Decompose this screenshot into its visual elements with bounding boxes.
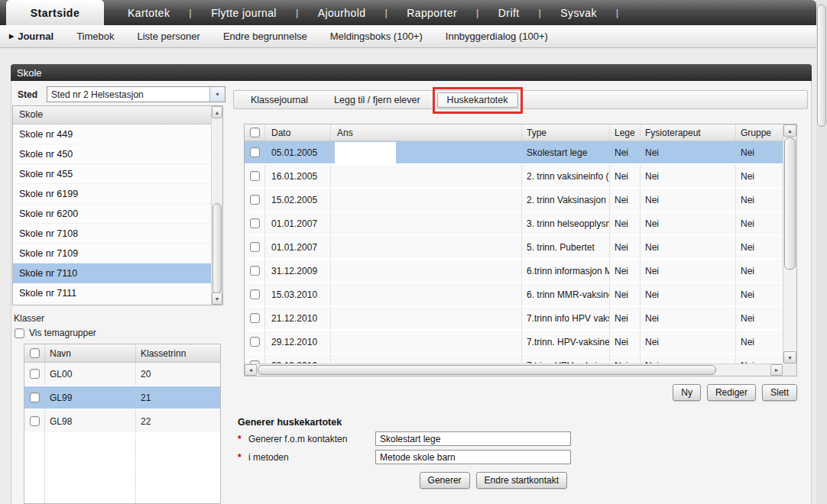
column-header-dato[interactable]: Dato: [264, 124, 330, 141]
cell-gruppe: Nei: [735, 354, 783, 363]
school-list-item[interactable]: Skole nr 450: [13, 144, 211, 164]
scroll-down-button[interactable]: ▼: [783, 351, 796, 363]
row-checkbox[interactable]: [250, 289, 260, 299]
top-tab-startside[interactable]: Startside: [6, 0, 104, 25]
row-checkbox[interactable]: [250, 266, 260, 276]
nav-item[interactable]: Kartotek: [109, 7, 189, 19]
subnav-item[interactable]: ▶ Liste personer: [138, 31, 200, 42]
table-row[interactable]: 29.12.2010 7.trinn HPV-vaksine 2.dose Ne…: [245, 354, 783, 363]
tab-legg-til-fjern-elever[interactable]: Legg til / fjern elever: [325, 93, 430, 107]
nav-item[interactable]: Ajourhold: [299, 7, 385, 19]
scroll-down-button[interactable]: ▼: [212, 292, 222, 305]
nav-item[interactable]: Drift: [479, 7, 539, 19]
nav-item[interactable]: Flytte journal: [192, 7, 296, 19]
generer-fom-input[interactable]: [375, 431, 571, 446]
scrollbar-thumb[interactable]: [784, 137, 796, 270]
scroll-right-button[interactable]: ►: [770, 364, 783, 376]
klasser-row[interactable]: GL99 21: [24, 386, 220, 410]
subnav-item[interactable]: ▶ Meldingsboks (100+): [330, 31, 423, 42]
table-vertical-scrollbar[interactable]: ▲ ▼: [783, 124, 796, 363]
klasser-row-checkbox[interactable]: [30, 369, 40, 379]
endre-startkontakt-button[interactable]: Endre startkontakt: [476, 472, 567, 489]
school-list-item[interactable]: Skole nr 6200: [13, 204, 211, 224]
subnav-item[interactable]: ▶ Journal: [9, 31, 54, 42]
scroll-up-button[interactable]: ▲: [212, 106, 222, 118]
scroll-down-icon: ▼: [215, 296, 220, 302]
chevron-down-icon[interactable]: ▼: [209, 87, 225, 102]
table-row[interactable]: 15.03.2010 6. trinn MMR-vaksine Nei Nei …: [245, 283, 783, 307]
vis-temagrupper-checkbox[interactable]: [15, 328, 24, 338]
tab-klassejournal[interactable]: Klassejournal: [242, 93, 317, 107]
page-scrollbar[interactable]: [816, 0, 827, 504]
table-horizontal-scrollbar[interactable]: ◄ ►: [245, 363, 783, 376]
metode-input[interactable]: [375, 450, 571, 464]
row-checkbox[interactable]: [250, 171, 260, 181]
page-scrollbar-thumb[interactable]: [817, 5, 826, 127]
slett-button[interactable]: Slett: [762, 384, 797, 401]
subnav-item-label: Timebok: [76, 31, 114, 42]
klasser-column-navn[interactable]: Navn: [44, 344, 135, 362]
column-header-fysioterapeut[interactable]: Fysioterapeut: [640, 124, 735, 141]
nav-item[interactable]: Sysvak: [541, 7, 616, 19]
school-list-item[interactable]: Skole nr 455: [13, 164, 211, 184]
klasser-row[interactable]: GL00 20: [24, 363, 220, 386]
scroll-up-icon: ▲: [215, 110, 220, 115]
select-all-checkbox[interactable]: [250, 128, 260, 137]
subnav-item[interactable]: ▶ Endre begrunnelse: [223, 31, 307, 42]
row-checkbox-cell: [245, 189, 264, 211]
subnav-item-label: Journal: [18, 31, 54, 42]
scroll-left-button[interactable]: ◄: [245, 364, 257, 376]
cell-ans: [330, 212, 521, 234]
school-list-scrollbar[interactable]: ▲ ▼: [211, 106, 222, 305]
klasser-row[interactable]: GL98 22: [24, 410, 220, 434]
klasser-select-all-checkbox[interactable]: [30, 348, 40, 358]
school-list-item[interactable]: Skole nr 7108: [13, 224, 211, 244]
table-row[interactable]: 29.12.2010 7.trinn. HPV-vaksine 1.dose N…: [245, 331, 783, 354]
school-list-header[interactable]: Skole: [13, 106, 222, 124]
table-row[interactable]: 21.12.2010 7.trinn info HPV vaksine Nei …: [245, 307, 783, 331]
cell-lege: Nei: [609, 141, 640, 163]
school-list-item[interactable]: Skole nr 7111: [13, 283, 211, 303]
cell-gruppe: Nei: [735, 283, 783, 305]
table-row[interactable]: 16.01.2005 2. trinn vaksineinfo (KOMO Ne…: [245, 165, 783, 189]
subnav-item[interactable]: ▶ Timebok: [76, 31, 114, 42]
klasser-column-klassetrinn[interactable]: Klassetrinn: [135, 344, 220, 362]
ny-button[interactable]: Ny: [673, 384, 701, 401]
sub-navigation-bar: ▶ Journal ▶ Timebok ▶ Liste personer ▶ E…: [0, 25, 816, 48]
klasser-cell-navn: GL99: [44, 386, 135, 409]
row-checkbox[interactable]: [250, 218, 260, 228]
cell-type: 7.trinn. HPV-vaksine 1.dose: [521, 331, 609, 353]
table-row[interactable]: 15.02.2005 2. trinn Vaksinasjon (KOMO Ne…: [245, 189, 783, 212]
required-marker: *: [238, 452, 248, 463]
school-list-item[interactable]: Skole nr 7109: [13, 244, 211, 263]
rediger-button[interactable]: Rediger: [707, 384, 756, 401]
school-list-item[interactable]: Skole nr 449: [13, 124, 211, 144]
table-row[interactable]: 31.12.2009 6.trinn informasjon MMR Nei N…: [245, 260, 783, 283]
column-header-type[interactable]: Type: [521, 124, 609, 141]
column-header-gruppe[interactable]: Gruppe: [735, 124, 783, 141]
school-list-item[interactable]: Skole nr 7110: [13, 263, 211, 283]
klasser-row-checkbox[interactable]: [30, 393, 40, 402]
school-list-item[interactable]: Skole nr 6199: [13, 184, 211, 204]
column-header-lege[interactable]: Lege: [609, 124, 640, 141]
row-checkbox[interactable]: [250, 337, 260, 347]
cell-gruppe: Nei: [735, 307, 783, 329]
row-checkbox[interactable]: [250, 242, 260, 252]
table-row[interactable]: 01.01.2007 5. trinn. Pubertet Nei Nei Ne…: [245, 236, 783, 260]
scroll-up-button[interactable]: ▲: [783, 124, 796, 137]
klasser-row-checkbox[interactable]: [30, 416, 40, 426]
scrollbar-thumb[interactable]: [212, 203, 222, 294]
subnav-item[interactable]: ▶ Innbyggerdialog (100+): [446, 31, 548, 42]
generer-button[interactable]: Generer: [420, 472, 470, 489]
tab-huskekartotek[interactable]: Huskekartotek: [437, 92, 518, 108]
nav-item[interactable]: Rapporter: [388, 7, 476, 19]
row-checkbox[interactable]: [250, 313, 260, 323]
row-checkbox[interactable]: [250, 195, 260, 205]
sted-select[interactable]: Sted nr 2 Helsestasjon ▼: [47, 86, 225, 102]
table-row[interactable]: 05.01.2005 Skolestart lege Nei Nei Nei: [245, 141, 783, 165]
row-checkbox[interactable]: [250, 147, 260, 157]
column-header-ans[interactable]: Ans: [330, 124, 521, 141]
table-row[interactable]: 01.01.2007 3. trinn helseopplysning/ve N…: [245, 212, 783, 236]
scrollbar-thumb[interactable]: [258, 365, 716, 375]
panel-title: Skole: [17, 67, 42, 79]
